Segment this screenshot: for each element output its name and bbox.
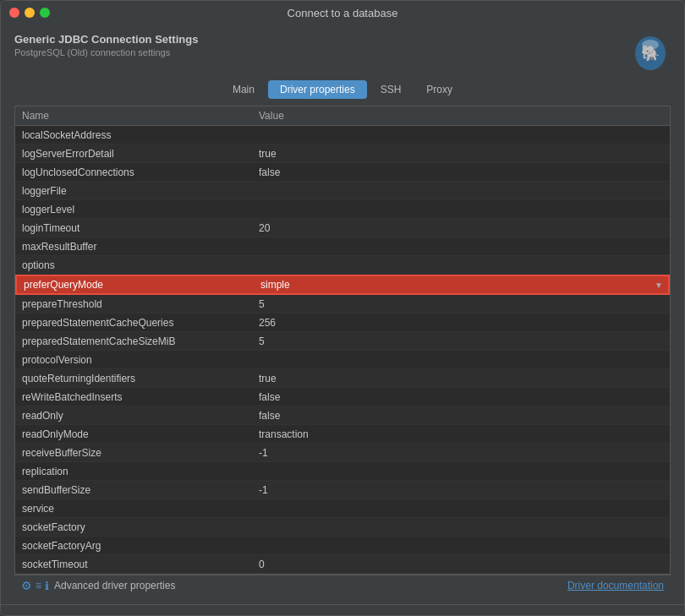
table-row[interactable]: readOnlyfalse [15,406,670,425]
tab-main[interactable]: Main [221,80,266,99]
row-name: sendBufferSize [22,484,259,496]
table-row[interactable]: readOnlyModetransaction [15,425,670,444]
table-row[interactable]: preparedStatementCacheSizeMiB5 [15,332,670,351]
bottom-buttons: Test Connection ... < Back Next > Cancel… [1,604,684,616]
row-name: options [22,259,259,271]
row-name: logUnclosedConnections [22,166,259,178]
table-body[interactable]: localSocketAddresslogServerErrorDetailtr… [15,126,670,574]
row-name: replication [22,466,259,477]
close-button[interactable] [9,8,19,18]
row-value: -1 [259,484,663,496]
tabs-bar: Main Driver properties SSH Proxy [14,80,671,99]
row-name: quoteReturningIdentifiers [22,373,259,384]
row-name: reWriteBatchedInserts [22,391,259,403]
row-value: false [259,166,663,178]
row-value: 256 [259,317,663,329]
maximize-button[interactable] [40,8,50,18]
row-name: readOnlyMode [22,428,259,440]
svg-text:🐘: 🐘 [641,44,660,63]
row-name: readOnly [22,410,259,422]
main-window: Connect to a database Generic JDBC Conne… [0,0,685,616]
title-bar: Connect to a database [1,1,684,25]
table-row[interactable]: preparedStatementCacheQueries256 [15,313,670,332]
row-value: 20 [259,222,663,234]
settings-icon: ⚙ [21,579,32,592]
tab-proxy[interactable]: Proxy [414,80,464,99]
table-row[interactable]: loggerFile [15,182,670,200]
row-name: prepareThreshold [22,298,259,310]
table-row[interactable]: service [15,499,670,518]
row-value: 5 [259,335,663,347]
table-row[interactable]: loginTimeout20 [15,219,670,237]
row-name: protocolVersion [22,354,259,366]
row-name: preferQueryMode [24,279,260,291]
table-row[interactable]: replication [15,462,670,481]
row-value: 5 [259,298,663,310]
row-value: 0 [259,559,663,570]
table-row[interactable]: socketFactoryArg [15,537,670,555]
row-name: loggerFile [22,185,259,197]
driver-doc-link[interactable]: Driver documentation [567,580,664,591]
table-row[interactable]: preferQueryModesimple▼ [15,275,670,295]
table-row[interactable]: localSocketAddress [15,126,670,144]
table-row[interactable]: socketTimeout0 [15,555,670,574]
table-row[interactable]: receiveBufferSize-1 [15,444,670,462]
table-row[interactable]: prepareThreshold5 [15,295,670,313]
row-value: true [259,148,663,160]
tab-ssh[interactable]: SSH [369,80,414,99]
col-name-header: Name [22,110,259,122]
row-value: false [259,391,663,403]
postgresql-logo: 🐘 [630,33,671,74]
table-header: Name Value [15,106,670,126]
row-value: true [259,373,663,384]
row-value: -1 [259,447,663,459]
row-value: transaction [259,428,663,440]
table-row[interactable]: maxResultBuffer [15,237,670,256]
advanced-label[interactable]: Advanced driver properties [54,580,175,591]
header-section: Generic JDBC Connection Settings Postgre… [14,33,671,74]
tab-driver-properties[interactable]: Driver properties [268,80,367,99]
list-icon: ≡ [36,580,41,591]
row-value: simple [260,279,661,291]
row-name: loggerLevel [22,204,259,215]
traffic-lights [9,8,50,18]
row-name: preparedStatementCacheSizeMiB [22,335,259,347]
row-name: service [22,503,259,515]
table-row[interactable]: quoteReturningIdentifierstrue [15,369,670,388]
row-name: receiveBufferSize [22,447,259,459]
row-name: preparedStatementCacheQueries [22,317,259,329]
info-icon: ℹ [45,580,49,592]
row-name: socketFactoryArg [22,540,259,552]
row-name: socketFactory [22,521,259,533]
row-name: logServerErrorDetail [22,148,259,160]
header-text: Generic JDBC Connection Settings Postgre… [14,33,198,57]
footer-bar: ⚙ ≡ ℹ Advanced driver properties Driver … [14,575,671,596]
header-title: Generic JDBC Connection Settings [14,33,198,46]
minimize-button[interactable] [25,8,35,18]
table-row[interactable]: logUnclosedConnectionsfalse [15,163,670,182]
row-name: maxResultBuffer [22,241,259,253]
table-row[interactable]: options [15,256,670,275]
row-value: false [259,410,663,422]
table-row[interactable]: reWriteBatchedInsertsfalse [15,388,670,406]
properties-table: Name Value localSocketAddresslogServerEr… [14,106,671,575]
dropdown-arrow-icon[interactable]: ▼ [655,281,663,290]
header-subtitle: PostgreSQL (Old) connection settings [14,47,198,57]
row-name: loginTimeout [22,222,259,234]
col-value-header: Value [259,110,663,122]
row-name: socketTimeout [22,559,259,570]
table-row[interactable]: loggerLevel [15,200,670,219]
table-row[interactable]: logServerErrorDetailtrue [15,144,670,163]
table-row[interactable]: protocolVersion [15,351,670,369]
table-row[interactable]: socketFactory [15,518,670,537]
table-row[interactable]: sendBufferSize-1 [15,481,670,499]
dialog-content: Generic JDBC Connection Settings Postgre… [1,25,684,604]
row-name: localSocketAddress [22,129,259,141]
window-title: Connect to a database [288,7,398,19]
